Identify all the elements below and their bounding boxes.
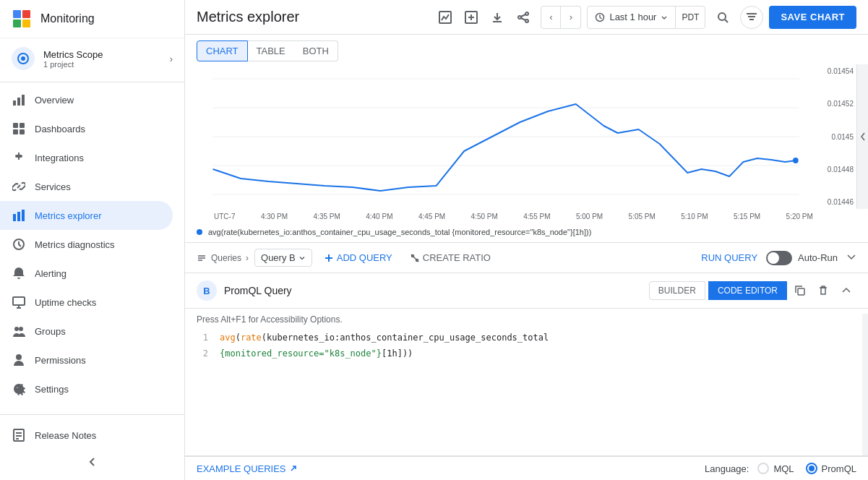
- radio-label-promql: PromQL: [822, 463, 856, 474]
- line-num-2: 2: [197, 346, 208, 362]
- add-query-label: ADD QUERY: [337, 252, 392, 263]
- chart-section: CHART TABLE BOTH: [185, 35, 868, 243]
- copy-query-btn[interactable]: [790, 280, 810, 301]
- app-name: Monitoring: [40, 12, 95, 25]
- x-label-3: 4:40 PM: [366, 213, 392, 220]
- svg-rect-11: [13, 129, 18, 134]
- chart-type-icon[interactable]: [434, 6, 457, 29]
- time-prev-btn[interactable]: ‹: [541, 6, 561, 29]
- y-label-2: 0.0145: [816, 133, 854, 141]
- sidebar-item-metrics-explorer[interactable]: Metrics explorer: [0, 201, 173, 230]
- svg-rect-1: [22, 10, 30, 18]
- sidebar-item-integrations[interactable]: Integrations: [0, 143, 173, 172]
- svg-point-30: [525, 12, 528, 15]
- create-ratio-button[interactable]: CREATE RATIO: [404, 249, 497, 266]
- sidebar-item-permissions[interactable]: Permissions: [0, 346, 173, 374]
- code-editor-area[interactable]: Press Alt+F1 for Accessibility Options. …: [185, 309, 868, 381]
- diagnostic-icon: [12, 237, 26, 252]
- sidebar-footer: Release Notes: [0, 414, 184, 480]
- svg-rect-17: [13, 297, 25, 305]
- sidebar-item-alerting[interactable]: Alerting: [0, 259, 173, 288]
- x-label-4: 4:45 PM: [418, 213, 445, 220]
- example-queries-link[interactable]: EXAMPLE QUERIES: [197, 463, 298, 474]
- sidebar-item-release-notes[interactable]: Release Notes: [0, 421, 173, 450]
- radio-circle-promql: [806, 463, 817, 474]
- language-label: Language:: [705, 463, 749, 474]
- query-bar: Queries › Query B ADD QUERY CREATE RATIO…: [185, 243, 868, 273]
- filter-icon-btn[interactable]: [740, 6, 763, 29]
- sidebar-label-release-notes: Release Notes: [35, 430, 96, 441]
- sidebar-item-services[interactable]: Services: [0, 172, 173, 201]
- gear-icon: [12, 382, 26, 396]
- svg-rect-14: [17, 212, 20, 221]
- code-editor-hint: Press Alt+F1 for Accessibility Options.: [197, 314, 856, 325]
- sidebar-item-groups[interactable]: Groups: [0, 317, 173, 346]
- sidebar-item-metrics-diagnostics[interactable]: Metrics diagnostics: [0, 230, 173, 259]
- delete-query-btn[interactable]: [813, 280, 833, 301]
- sidebar-collapse-btn[interactable]: [0, 450, 184, 474]
- query-editor: B PromQL Query BUILDER CODE EDITOR Press…: [185, 273, 868, 456]
- time-selector-main[interactable]: Last 1 hour: [588, 12, 675, 22]
- radio-group-language: MQL PromQL: [757, 463, 856, 474]
- metrics-scope-section[interactable]: Metrics Scope 1 project ›: [0, 38, 184, 79]
- query-selector-dropdown[interactable]: Query B: [254, 249, 312, 267]
- add-chart-icon[interactable]: [460, 6, 483, 29]
- collapse-right-btn[interactable]: [856, 64, 868, 209]
- radio-mql[interactable]: MQL: [757, 463, 794, 474]
- timezone-label[interactable]: PDT: [675, 7, 705, 28]
- chart-inner: 0.01454 0.01452 0.0145 0.01448 0.01446: [185, 64, 868, 211]
- breadcrumb-queries: Queries: [211, 253, 241, 263]
- person-icon: [12, 353, 26, 367]
- tab-both[interactable]: BOTH: [294, 40, 338, 61]
- chart-tabs-bar: CHART TABLE BOTH: [185, 35, 868, 61]
- download-icon[interactable]: [486, 6, 509, 29]
- svg-rect-0: [13, 10, 21, 18]
- search-icon-btn[interactable]: [711, 6, 734, 29]
- time-next-btn[interactable]: ›: [561, 6, 581, 29]
- link-share-icon[interactable]: [512, 6, 535, 29]
- sidebar: Monitoring Metrics Scope 1 project › Ove…: [0, 0, 185, 480]
- code-editor-tab-btn[interactable]: CODE EDITOR: [708, 281, 787, 300]
- x-label-7: 5:00 PM: [576, 213, 603, 220]
- save-chart-button[interactable]: SAVE CHART: [769, 6, 856, 29]
- svg-rect-15: [22, 210, 25, 221]
- toggle-knob: [768, 252, 779, 264]
- y-label-0: 0.01454: [816, 67, 854, 75]
- sidebar-item-dashboards[interactable]: Dashboards: [0, 114, 173, 143]
- x-label-6: 4:55 PM: [523, 213, 550, 220]
- sidebar-label-overview: Overview: [35, 95, 74, 106]
- sidebar-label-uptime-checks: Uptime checks: [35, 297, 96, 308]
- expand-query-btn[interactable]: [846, 252, 856, 264]
- sidebar-item-settings[interactable]: Settings: [0, 374, 173, 403]
- bottom-bar: EXAMPLE QUERIES Language: MQL PromQL: [185, 456, 868, 480]
- x-axis-labels: UTC-7 4:30 PM 4:35 PM 4:40 PM 4:45 PM 4:…: [185, 211, 868, 222]
- chevron-right-icon: ›: [170, 53, 173, 64]
- svg-rect-55: [798, 288, 804, 295]
- builder-tab-btn[interactable]: BUILDER: [649, 281, 705, 300]
- example-queries-label: EXAMPLE QUERIES: [197, 463, 286, 474]
- language-section: Language: MQL PromQL: [705, 463, 856, 474]
- metrics-scope-text: Metrics Scope 1 project: [43, 49, 170, 69]
- sidebar-label-alerting: Alerting: [35, 268, 66, 279]
- chart-legend: avg(rate(kubernetes_io:anthos_container_…: [185, 225, 868, 242]
- run-query-button[interactable]: RUN QUERY: [701, 252, 757, 263]
- time-selector[interactable]: Last 1 hour PDT: [587, 6, 705, 29]
- collapse-editor-btn[interactable]: [836, 280, 856, 301]
- auto-run-toggle: Auto-Run: [766, 251, 838, 265]
- auto-run-switch[interactable]: [766, 251, 792, 265]
- tab-table[interactable]: TABLE: [248, 40, 294, 61]
- sidebar-item-overview[interactable]: Overview: [0, 85, 173, 114]
- svg-line-34: [521, 14, 525, 17]
- add-query-button[interactable]: ADD QUERY: [318, 249, 398, 266]
- sidebar-item-uptime-checks[interactable]: Uptime checks: [0, 288, 173, 317]
- radio-promql[interactable]: PromQL: [806, 463, 856, 474]
- tab-chart[interactable]: CHART: [197, 40, 248, 61]
- editor-scrollbar[interactable]: [862, 314, 868, 455]
- svg-line-52: [411, 254, 418, 262]
- nav-divider-1: [0, 82, 184, 82]
- time-nav-arrows: ‹ ›: [541, 6, 581, 29]
- bell-icon: [12, 266, 26, 280]
- time-label: Last 1 hour: [609, 12, 656, 22]
- x-label-10: 5:15 PM: [734, 213, 760, 220]
- query-editor-title: PromQL Query: [224, 285, 642, 296]
